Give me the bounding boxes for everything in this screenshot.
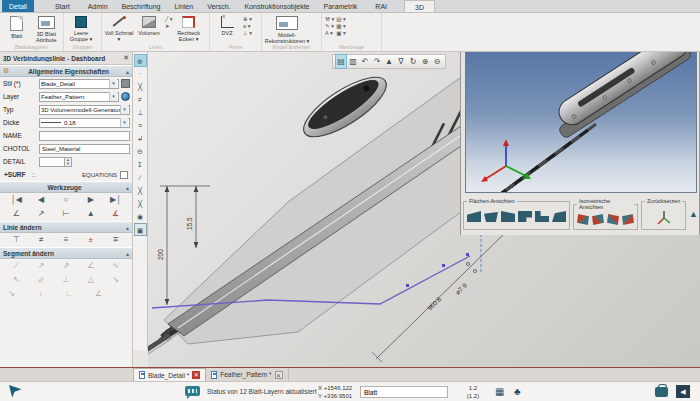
equations-checkbox[interactable] <box>120 171 128 179</box>
expand-triangle-icon[interactable]: ▲ <box>689 209 698 219</box>
redo-icon[interactable]: ↷ <box>371 55 383 68</box>
blatt-button[interactable]: Blatt <box>2 14 32 39</box>
tab-rai[interactable]: RAI <box>368 0 394 12</box>
segment-wave-icon[interactable]: ∿ <box>108 260 123 272</box>
hammer-icon[interactable]: ⚒ ▾ <box>325 16 334 22</box>
voll-schmal-button[interactable]: Voll Schmal ▾ <box>104 14 134 42</box>
iso-view-4-icon[interactable] <box>622 214 634 225</box>
line-trim-icon[interactable]: ∓ <box>108 234 123 246</box>
segment-down-left-icon[interactable]: ⇙ <box>34 274 49 286</box>
point-icon[interactable]: · <box>134 67 147 80</box>
last-icon[interactable]: ▶│ <box>108 194 123 206</box>
zoom-level[interactable]: 1.2 (1.2) <box>460 384 486 400</box>
archive-icon[interactable] <box>655 387 668 397</box>
right-view-icon[interactable] <box>518 211 532 222</box>
collapse-icon[interactable]: ▴ <box>126 184 129 191</box>
dimension-15-5[interactable]: 15.5 <box>186 217 193 230</box>
typ-select[interactable]: 3D Volumenmodell-Generator▾ <box>39 105 130 115</box>
snap-perp-icon[interactable]: ⊥ <box>134 106 147 119</box>
segment-perp-icon[interactable]: ⊥ <box>58 274 73 286</box>
segment-corner-icon[interactable]: ∟ <box>62 288 77 300</box>
iso-view-2-icon[interactable] <box>592 214 604 225</box>
doc-tab-blade-detail[interactable]: Blade_Detail * ✕ <box>133 368 206 381</box>
detail-input[interactable] <box>39 157 65 167</box>
name-input[interactable] <box>39 131 130 141</box>
globe-icon[interactable]: ◉ <box>134 210 147 223</box>
corner-trim-icon[interactable]: ∠ <box>9 208 24 220</box>
tab-admin[interactable]: Admin <box>81 0 115 12</box>
iso-view-1-icon[interactable] <box>577 214 589 225</box>
segment-up-left-icon[interactable]: ↖ <box>9 274 24 286</box>
drop-icon[interactable]: ↧ <box>134 158 147 171</box>
stil-select[interactable]: Blade_Detail▾ <box>39 79 119 89</box>
box-icon[interactable]: ▦ ▾ <box>336 23 346 29</box>
print-table-icon[interactable]: ▦ <box>495 386 504 398</box>
tab-detail[interactable]: Detail <box>2 0 34 12</box>
segment-angle-icon[interactable]: ∠ <box>83 260 98 272</box>
save-all-icon[interactable]: ▥ <box>347 55 359 68</box>
rechteck-ecken-button[interactable]: Rechteck Ecken ▾ <box>174 14 204 42</box>
collapse-icon[interactable]: ▴ <box>126 224 129 231</box>
close-icon[interactable]: ✕ <box>123 54 129 62</box>
extend-icon[interactable]: ↗ <box>34 208 49 220</box>
back-view-icon[interactable] <box>484 211 498 222</box>
line-break-icon[interactable]: ≠ <box>34 234 49 246</box>
top-view-icon[interactable] <box>535 211 549 222</box>
point-small-icon[interactable]: ⊥ ▾ <box>243 30 252 36</box>
circle-snap-icon[interactable]: ⊖ <box>134 145 147 158</box>
layer-icon[interactable]: ▤ ▾ <box>336 16 346 22</box>
line-small-icon[interactable]: ≡ ▾ <box>243 23 252 29</box>
section-line[interactable]: Linie ändern ▴ <box>0 221 132 233</box>
tab-start[interactable]: Start <box>48 0 77 12</box>
snap-end-icon[interactable]: ≠ <box>134 93 147 106</box>
doc-tab-feather-pattern[interactable]: Feather_Pattern * ✕ <box>206 368 288 381</box>
first-icon[interactable]: │◀ <box>9 194 24 206</box>
reset-triad-icon[interactable] <box>656 210 672 226</box>
hatch-icon[interactable]: ╳ <box>134 80 147 93</box>
close-icon[interactable]: ✕ <box>192 371 200 379</box>
camera-icon[interactable]: ▣ <box>134 223 147 236</box>
letter-icon[interactable]: A ▾ <box>325 30 334 36</box>
undo-icon[interactable]: ↶ <box>359 55 371 68</box>
list-icon[interactable]: ≡ <box>134 119 147 132</box>
dimension-7-9[interactable]: ⌀7.9 <box>454 281 468 295</box>
modell-rekonstruktoren-button[interactable]: Modell- Rekonstruktoren ▾ <box>264 14 310 44</box>
fill-triangle-icon[interactable]: ▲ <box>83 208 98 220</box>
tab-versch[interactable]: Versch. <box>200 0 237 12</box>
left-view-icon[interactable] <box>501 211 515 222</box>
line-end-icon[interactable]: ⊤ <box>9 234 24 246</box>
blatt-attribute-button[interactable]: 3D Blatt Attribute <box>32 14 62 43</box>
spinner-icon[interactable]: ▲▼ <box>65 157 72 167</box>
slash-icon[interactable]: ∕ <box>134 171 147 184</box>
next-icon[interactable]: ▶ <box>83 194 98 206</box>
tab-linien[interactable]: Linien <box>167 0 200 12</box>
segment-triangle-icon[interactable]: △ <box>83 274 98 286</box>
sheet-name-input[interactable] <box>360 386 448 398</box>
tab-3d[interactable]: 3D <box>404 0 435 12</box>
axis-small-icon[interactable]: ⊕ ▾ <box>243 16 252 22</box>
zoom-extents-icon[interactable]: ▲ <box>383 55 395 68</box>
zoom-previous-icon[interactable]: ∇ <box>395 55 407 68</box>
delete-icon[interactable]: ╳ <box>134 184 147 197</box>
segment-down-icon[interactable]: ↓ <box>33 288 48 300</box>
panel-collapse-icon[interactable]: ◀ <box>676 385 690 398</box>
section-segment[interactable]: Segment ändern ▴ <box>0 247 132 259</box>
center-icon[interactable]: ○ <box>58 194 73 206</box>
rotate-view-icon[interactable]: ↻ <box>407 55 419 68</box>
section-tools[interactable]: Werkzeuge ▴ <box>0 181 132 193</box>
line-merge-icon[interactable]: ≡ <box>58 234 73 246</box>
tee-join-icon[interactable]: ⊢ <box>58 208 73 220</box>
segment-down-right-icon[interactable]: ↘ <box>108 274 123 286</box>
tab-konstruktionsobjekte[interactable]: Konstruktionsobjekte <box>238 0 317 12</box>
edit-icon[interactable]: ✎ ▾ <box>325 23 334 29</box>
close-icon[interactable]: ✕ <box>275 371 283 379</box>
delete2-icon[interactable]: ╳ <box>134 197 147 210</box>
dicke-select[interactable]: 0.18▾ <box>39 118 130 128</box>
plant-icon[interactable]: ♣ <box>514 386 521 398</box>
chotol-input[interactable] <box>39 144 130 154</box>
section-general[interactable]: ⚙ Allgemeine Eigenschaften ▴ <box>0 65 132 77</box>
segment-wedge-icon[interactable]: ∠ <box>91 288 106 300</box>
previous-icon[interactable]: ◀ <box>34 194 49 206</box>
dvz-button[interactable]: DVZ <box>212 14 242 36</box>
segment-drop-icon[interactable]: ↘ <box>4 288 19 300</box>
